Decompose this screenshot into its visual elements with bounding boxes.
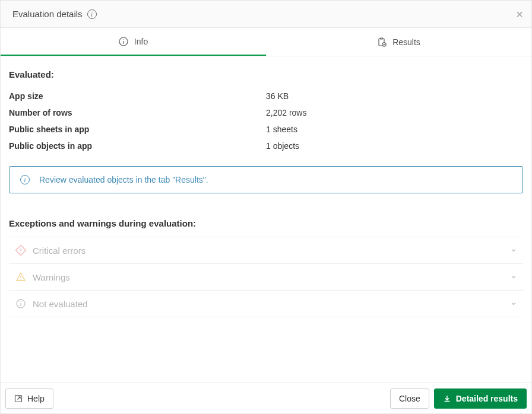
tab-results-label: Results [392, 37, 420, 47]
exception-label: Critical errors [33, 246, 510, 256]
info-icon[interactable]: i [87, 9, 97, 19]
exceptions-heading: Exceptions and warnings during evaluatio… [9, 218, 523, 228]
dialog-body: Evaluated: App size36 KBNumber of rows2,… [1, 56, 531, 383]
banner-text: Review evaluated objects in the tab "Res… [39, 175, 208, 184]
exception-row-critical[interactable]: Critical errors [9, 237, 523, 264]
info-icon: i [20, 175, 30, 184]
evaluated-heading: Evaluated: [9, 69, 523, 79]
close-label: Close [399, 394, 420, 403]
tab-info-label: Info [134, 37, 148, 46]
prop-value: 1 objects [266, 138, 523, 154]
clipboard-check-icon [377, 37, 387, 47]
exception-label: Not evaluated [33, 299, 510, 309]
download-icon [443, 394, 451, 403]
svg-point-10 [20, 279, 21, 279]
exceptions-list: Critical errorsWarningsNot evaluated [9, 237, 523, 317]
info-circle-icon [15, 298, 27, 310]
prop-value: 1 sheets [266, 121, 523, 138]
help-label: Help [27, 394, 45, 403]
review-banner: i Review evaluated objects in the tab "R… [9, 166, 523, 193]
svg-point-8 [20, 251, 21, 252]
help-button[interactable]: Help [5, 388, 53, 409]
chevron-down-icon [510, 273, 517, 281]
dialog-title-wrap: Evaluation details i [12, 9, 97, 19]
svg-point-2 [123, 39, 124, 39]
table-row: Number of rows2,202 rows [9, 104, 523, 121]
triangle-exclamation-icon [15, 271, 27, 283]
svg-rect-4 [381, 38, 383, 39]
prop-label: Public objects in app [9, 138, 266, 154]
detailed-results-label: Detailed results [456, 394, 518, 403]
tabs: Info Results [1, 28, 531, 56]
svg-point-13 [20, 301, 21, 302]
exception-row-not-evaluated[interactable]: Not evaluated [9, 291, 523, 317]
chevron-down-icon [510, 300, 517, 307]
detailed-results-button[interactable]: Detailed results [434, 388, 527, 409]
exception-label: Warnings [33, 272, 510, 282]
prop-label: App size [9, 88, 266, 104]
tab-info[interactable]: Info [1, 28, 266, 56]
prop-value: 2,202 rows [266, 104, 523, 121]
close-icon[interactable]: × [516, 8, 523, 20]
dialog-footer: Help Close Detailed results [1, 383, 531, 413]
evaluation-details-dialog: Evaluation details i × Info [0, 0, 532, 414]
diamond-exclamation-icon [15, 244, 27, 256]
prop-label: Number of rows [9, 104, 266, 121]
table-row: Public objects in app1 objects [9, 138, 523, 154]
chevron-down-icon [510, 247, 517, 254]
tab-results[interactable]: Results [266, 28, 531, 56]
properties-table: App size36 KBNumber of rows2,202 rowsPub… [9, 88, 523, 154]
close-button[interactable]: Close [390, 388, 429, 409]
table-row: App size36 KB [9, 88, 523, 104]
info-icon [119, 37, 128, 46]
dialog-header: Evaluation details i × [1, 0, 531, 28]
table-row: Public sheets in app1 sheets [9, 121, 523, 138]
prop-label: Public sheets in app [9, 121, 266, 138]
external-link-icon [14, 394, 23, 403]
exception-row-warnings[interactable]: Warnings [9, 264, 523, 291]
prop-value: 36 KB [266, 88, 523, 104]
dialog-title: Evaluation details [12, 9, 83, 19]
